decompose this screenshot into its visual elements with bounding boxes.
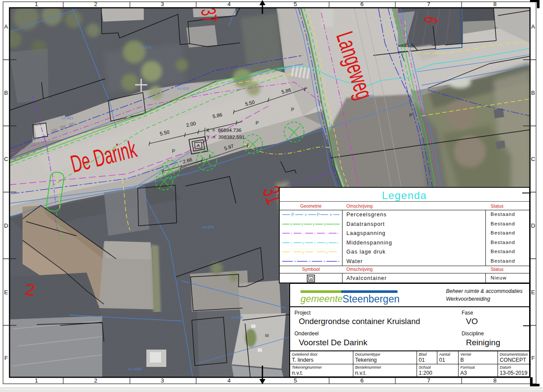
- svg-text:C: C: [4, 156, 8, 162]
- svg-text:P: P: [255, 120, 259, 125]
- svg-text:›: ›: [314, 231, 316, 235]
- svg-text:›: ›: [337, 231, 339, 235]
- svg-text:4: 4: [227, 1, 231, 7]
- svg-text:Y = 398382.591: Y = 398382.591: [207, 135, 245, 140]
- svg-text:A: A: [4, 23, 8, 30]
- svg-text:AA 676: AA 676: [177, 87, 189, 91]
- svg-text:~: ~: [337, 259, 339, 263]
- svg-text:·: ·: [326, 231, 327, 235]
- svg-text:P: P: [291, 107, 294, 112]
- svg-text:1: 1: [35, 377, 38, 384]
- svg-text:P: P: [317, 212, 320, 217]
- svg-text:·: ·: [303, 231, 304, 235]
- svg-text:+: +: [330, 212, 332, 217]
- svg-text:B: B: [4, 90, 8, 96]
- svg-text:i: i: [337, 241, 338, 245]
- svg-text:o: o: [301, 222, 304, 226]
- svg-text:A: A: [531, 23, 535, 30]
- svg-text:A: A: [310, 277, 312, 281]
- svg-text:o: o: [324, 222, 326, 226]
- svg-text:i: i: [314, 241, 315, 245]
- svg-text:AA 1025: AA 1025: [128, 367, 142, 371]
- svg-text:6: 6: [360, 1, 364, 7]
- svg-text:v: v: [290, 222, 292, 226]
- svg-text:5: 5: [294, 1, 297, 7]
- svg-text:P: P: [172, 148, 175, 154]
- svg-text:1: 1: [35, 1, 38, 7]
- svg-text:P: P: [409, 112, 412, 118]
- svg-text:~: ~: [308, 259, 310, 263]
- svg-text:+: +: [304, 212, 307, 217]
- svg-text:o: o: [302, 241, 304, 245]
- svg-text:8: 8: [493, 377, 497, 384]
- svg-text:4: 4: [227, 377, 231, 384]
- svg-text:F: F: [4, 355, 8, 361]
- svg-text:2: 2: [94, 377, 97, 384]
- svg-text:P: P: [291, 212, 294, 217]
- svg-text:6: 6: [360, 377, 364, 384]
- svg-text:X = 86894.736: X = 86894.736: [206, 128, 242, 133]
- svg-text:›: ›: [291, 231, 292, 235]
- svg-text:F: F: [531, 355, 535, 361]
- svg-text:AA 675: AA 675: [202, 225, 214, 229]
- svg-text:D: D: [531, 222, 535, 229]
- svg-text:AA 678: AA 678: [231, 315, 243, 320]
- svg-text:8: 8: [493, 1, 497, 7]
- svg-text:v: v: [313, 222, 315, 226]
- svg-text:·: ·: [337, 250, 339, 254]
- svg-text:~: ~: [323, 259, 325, 263]
- svg-text:v: v: [334, 222, 336, 226]
- svg-text:3: 3: [161, 1, 164, 7]
- svg-text:3: 3: [161, 377, 164, 384]
- svg-text:~: ~: [294, 259, 296, 263]
- svg-text:o: o: [326, 241, 328, 245]
- svg-text:5: 5: [294, 377, 297, 384]
- svg-text:·: ·: [291, 250, 292, 254]
- svg-text:AA 863: AA 863: [61, 116, 73, 120]
- svg-text:E: E: [531, 289, 535, 296]
- svg-text:g: g: [302, 250, 304, 254]
- svg-text:E: E: [4, 289, 8, 296]
- svg-text:7: 7: [427, 377, 430, 384]
- svg-text:·: ·: [314, 250, 316, 254]
- svg-text:AA 674: AA 674: [139, 45, 152, 50]
- svg-text:2: 2: [94, 1, 97, 7]
- svg-text:7: 7: [427, 1, 430, 7]
- svg-text:g: g: [326, 250, 327, 254]
- svg-text:D: D: [4, 222, 8, 229]
- svg-text:i: i: [291, 241, 292, 245]
- svg-text:C: C: [531, 156, 535, 162]
- svg-text:B: B: [531, 90, 535, 96]
